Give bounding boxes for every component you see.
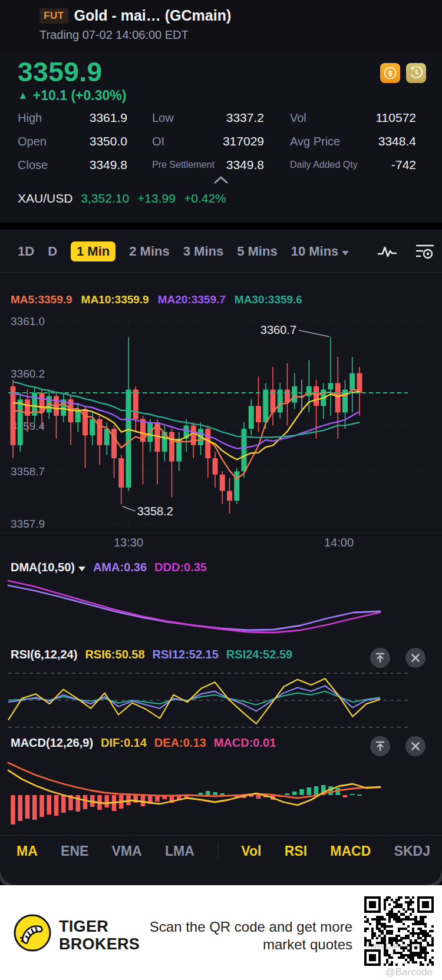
fx-change: +13.99 [137, 191, 176, 206]
futures-badge: FUT [39, 8, 68, 24]
stat-open: Open 3350.0 [18, 130, 127, 153]
tab-skdj[interactable]: SKDJ [394, 843, 430, 859]
macd-move-to-top-button[interactable] [370, 736, 390, 756]
svg-text:3358.2: 3358.2 [137, 505, 173, 518]
macd-close-button[interactable] [405, 736, 425, 756]
dollar-icon: $ [384, 67, 397, 80]
rsi-indicator-header: RSI(6,12,24) RSI6:50.58 RSI12:52.15 RSI2… [11, 648, 292, 661]
ma5-value: MA5:3359.9 [11, 293, 72, 306]
tab-10mins[interactable]: 10 Mins [291, 244, 349, 259]
dma-chart[interactable] [0, 578, 442, 644]
ma-legend: MA5:3359.9 MA10:3359.9 MA20:3359.7 MA30:… [11, 293, 302, 306]
tab-1min[interactable]: 1 Min [71, 241, 116, 261]
currency-button[interactable]: $ [380, 63, 400, 83]
tab-3mins[interactable]: 3 Mins [183, 244, 223, 259]
dma-name[interactable]: DMA(10,50) [11, 561, 85, 574]
ma20-value: MA20:3359.7 [158, 293, 226, 306]
ma10-value: MA10:3359.9 [81, 293, 149, 306]
stat-vol: Vol 110572 [290, 106, 416, 130]
svg-text:3358.7: 3358.7 [11, 465, 45, 478]
divider [0, 272, 442, 273]
up-arrow-icon: ▲ [18, 90, 28, 102]
fx-pair: XAU/USD [18, 191, 72, 206]
divider [0, 835, 442, 836]
session-time-button[interactable] [406, 63, 426, 83]
divider [217, 842, 218, 860]
stat-pre-settlement: Pre Settlement 3349.8 [152, 153, 264, 177]
chevron-down-icon [78, 567, 85, 571]
page-title: Gold - mai… (GCmain) [74, 7, 232, 24]
dma-indicator-header: DMA(10,50) AMA:0.36 DDD:0.35 [11, 561, 207, 574]
macd-dea-value: DEA:0.13 [154, 736, 206, 750]
chart-panel: 1D D 1 Min 2 Mins 3 Mins 5 Mins 10 Mins … [0, 230, 442, 885]
fx-quote-row[interactable]: XAU/USD 3,352.10 +13.99 +0.42% [18, 191, 226, 206]
tab-vma[interactable]: VMA [112, 843, 142, 859]
svg-text:3361.0: 3361.0 [11, 315, 45, 327]
tab-ma[interactable]: MA [17, 843, 38, 859]
line-chart-style-icon[interactable] [377, 244, 397, 259]
tab-lma[interactable]: LMA [165, 843, 194, 859]
stat-low: Low 3337.2 [152, 106, 264, 130]
quote-panel: 3359.9 ▲ +10.1 (+0.30%) $ High 3361.9 Op… [0, 50, 442, 223]
tab-1d[interactable]: 1D [18, 244, 34, 259]
tab-d[interactable]: D [48, 244, 57, 259]
svg-text:14:00: 14:00 [324, 536, 354, 549]
tiger-brokers-logo [13, 913, 52, 952]
tab-2mins[interactable]: 2 Mins [129, 244, 169, 259]
chevron-down-icon [342, 251, 349, 256]
trading-session-status: Trading 07-02 14:06:00 EDT [39, 28, 189, 42]
macd-dif-value: DIF:0.14 [101, 736, 147, 750]
macd-name: MACD(12,26,9) [11, 736, 93, 750]
dma-ddd-value: DDD:0.35 [154, 561, 207, 574]
macd-indicator-header: MACD(12,26,9) DIF:0.14 DEA:0.13 MACD:0.0… [11, 736, 276, 750]
brand-name: TIGER BROKERS [59, 918, 140, 953]
close-icon [410, 653, 421, 663]
stat-high: High 3361.9 [18, 106, 127, 130]
last-price: 3359.9 [18, 56, 103, 88]
qr-code [364, 896, 434, 966]
change-value: +10.1 (+0.30%) [33, 88, 127, 104]
arrow-to-top-icon [374, 652, 386, 664]
arrow-to-top-icon [374, 740, 386, 752]
ma30-value: MA30:3359.6 [235, 293, 302, 306]
qr-watermark: Tiger Community [367, 941, 424, 950]
rsi-chart[interactable] [0, 669, 442, 734]
close-icon [410, 741, 421, 751]
tab-vol[interactable]: Vol [241, 843, 261, 859]
svg-text:13:30: 13:30 [114, 536, 143, 549]
indicator-settings-icon[interactable] [416, 243, 434, 260]
barcode-label: @Barcode [385, 966, 433, 978]
stat-daily-added-qty: Daily Added Qty -742 [290, 153, 416, 177]
rsi6-value: RSI6:50.58 [85, 648, 144, 661]
tab-5mins[interactable]: 5 Mins [237, 244, 277, 259]
macd-chart[interactable] [0, 759, 442, 836]
tab-ene[interactable]: ENE [61, 843, 88, 859]
rsi24-value: RSI24:52.59 [226, 648, 292, 661]
indicator-tab-bar: MA ENE VMA LMA Vol RSI MACD SKDJ [17, 842, 430, 860]
qr-promo-text: Scan the QR code and get more market quo… [150, 918, 352, 953]
collapse-quote-button[interactable] [211, 175, 231, 184]
clock-history-icon [410, 67, 423, 80]
stat-close: Close 3349.8 [18, 153, 127, 177]
fx-pct: +0.42% [184, 191, 226, 206]
stat-oi: OI 317029 [152, 130, 264, 153]
tab-rsi[interactable]: RSI [285, 843, 307, 859]
stat-avg-price: Avg Price 3348.4 [290, 130, 416, 153]
fx-price: 3,352.10 [81, 191, 129, 206]
tab-macd[interactable]: MACD [330, 843, 371, 859]
timeframe-tabs: 1D D 1 Min 2 Mins 3 Mins 5 Mins 10 Mins [18, 238, 434, 265]
svg-text:3360.2: 3360.2 [11, 368, 45, 380]
rsi-move-to-top-button[interactable] [370, 648, 390, 668]
dma-ama-value: AMA:0.36 [93, 561, 147, 574]
macd-macd-value: MACD:0.01 [214, 736, 276, 750]
chevron-up-icon [211, 175, 231, 184]
window-header: FUT Gold - mai… (GCmain) Trading 07-02 1… [0, 0, 442, 50]
svg-text:3360.7: 3360.7 [260, 323, 296, 336]
rsi-name: RSI(6,12,24) [11, 648, 77, 661]
svg-text:3357.9: 3357.9 [11, 518, 45, 530]
rsi-close-button[interactable] [405, 648, 425, 668]
svg-text:$: $ [388, 69, 392, 78]
rsi12-value: RSI12:52.15 [153, 648, 219, 661]
candlestick-chart[interactable]: 3361.03360.23359.43358.73357.93360.73358… [0, 312, 442, 559]
price-change: ▲ +10.1 (+0.30%) [18, 88, 126, 104]
